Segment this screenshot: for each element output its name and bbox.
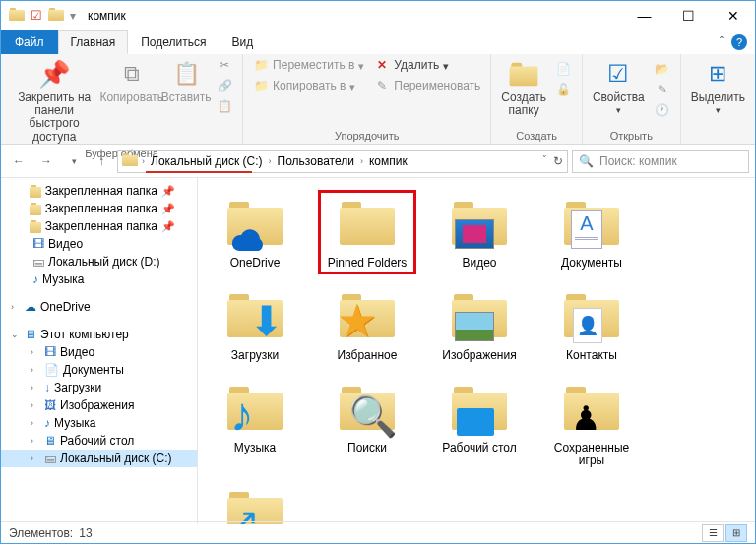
folder-icon: ↗ bbox=[220, 484, 289, 524]
addr-refresh-icon[interactable]: ↻ bbox=[553, 154, 563, 168]
folder-item[interactable]: A Документы bbox=[542, 190, 641, 274]
pasteshortcut-button[interactable]: 📋 bbox=[213, 97, 236, 117]
easyaccess-button[interactable]: 🔓 bbox=[552, 81, 576, 100]
folder-item[interactable]: Изображения bbox=[430, 282, 529, 367]
paste-button[interactable]: 📋 Вставить bbox=[161, 56, 211, 106]
titlebar: ☑ ▾ компик — ☐ ✕ bbox=[1, 1, 755, 30]
tree-item[interactable]: ♪Музыка bbox=[1, 271, 197, 288]
folder-icon: A bbox=[557, 194, 626, 253]
nav-back-button[interactable]: ← bbox=[7, 150, 31, 173]
search-icon: 🔍 bbox=[579, 154, 594, 168]
crumb-0[interactable]: Локальный диск (C:) bbox=[149, 154, 265, 168]
folder-icon: 👤 bbox=[557, 286, 626, 345]
nav-tree[interactable]: Закрепленная папка📌Закрепленная папка📌За… bbox=[1, 178, 198, 524]
tree-item[interactable]: ›📄Документы bbox=[1, 361, 197, 379]
tree-thispc[interactable]: ⌄🖥Этот компьютер bbox=[1, 326, 197, 343]
nav-forward-button[interactable]: → bbox=[34, 150, 58, 173]
select-button[interactable]: ⊞ Выделить ▾ bbox=[687, 56, 749, 118]
rename-icon: ✎ bbox=[374, 79, 390, 94]
tree-item[interactable]: ›♪Музыка bbox=[1, 414, 197, 432]
path-icon: 🔗 bbox=[217, 79, 232, 94]
folder-item[interactable]: ↗ Ссылки bbox=[206, 480, 304, 524]
newfolder-icon bbox=[508, 58, 539, 90]
edit-button[interactable]: ✎ bbox=[651, 81, 674, 100]
tree-item[interactable]: Закрепленная папка📌 bbox=[1, 217, 197, 235]
select-icon: ⊞ bbox=[702, 58, 733, 90]
copy-icon: ⧉ bbox=[116, 58, 148, 90]
addr-folder-icon bbox=[122, 153, 138, 169]
history-button[interactable]: 🕐 bbox=[651, 101, 674, 121]
view-icons-button[interactable]: ⊞ bbox=[725, 524, 747, 542]
folder-item[interactable]: 🔍 Поиски bbox=[318, 375, 416, 473]
tree-item[interactable]: 🎞Видео bbox=[1, 235, 197, 253]
status-bar: Элементов: 13 ☰ ⊞ bbox=[1, 521, 755, 543]
item-label: Контакты bbox=[566, 349, 617, 363]
qat-folder-icon[interactable] bbox=[48, 8, 64, 24]
content-pane[interactable]: OneDrive Pinned Folders Видео A Документ… bbox=[198, 178, 755, 524]
newitem-button[interactable]: 📄 bbox=[552, 60, 576, 80]
tab-file[interactable]: Файл bbox=[1, 30, 58, 54]
help-icon[interactable]: ? bbox=[731, 34, 747, 50]
properties-button[interactable]: ☑ Свойства ▾ bbox=[589, 56, 649, 118]
group-organize-label: Упорядочить bbox=[249, 128, 484, 144]
folder-item[interactable]: ★ Избранное bbox=[318, 282, 416, 367]
nav-up-button[interactable]: ↑ bbox=[90, 150, 113, 173]
folder-item[interactable]: ♪ Музыка bbox=[206, 375, 304, 473]
item-label: Документы bbox=[561, 257, 622, 271]
crumb-2[interactable]: компик bbox=[367, 154, 410, 168]
copyto-button[interactable]: 📁Копировать в ▾ bbox=[249, 77, 368, 96]
addr-dropdown-icon[interactable]: ˅ bbox=[542, 154, 547, 168]
ribbon-collapse-icon[interactable]: ˆ bbox=[720, 35, 724, 49]
tree-item[interactable]: ›🎞Видео bbox=[1, 343, 197, 361]
tab-home[interactable]: Главная bbox=[58, 30, 129, 54]
folder-icon bbox=[333, 194, 402, 253]
tree-item[interactable]: ›🖥Рабочий стол bbox=[1, 432, 197, 450]
tree-item[interactable]: ›↓Загрузки bbox=[1, 379, 197, 396]
view-details-button[interactable]: ☰ bbox=[702, 524, 724, 542]
folder-item[interactable]: ♟ Сохраненные игры bbox=[542, 375, 641, 473]
folder-item[interactable]: ⬇ Загрузки bbox=[206, 282, 304, 367]
folder-item[interactable]: Pinned Folders bbox=[318, 190, 416, 274]
annotation-underline bbox=[146, 171, 252, 173]
search-input[interactable]: 🔍 Поиск: компик bbox=[572, 150, 749, 173]
tree-onedrive[interactable]: ›☁OneDrive bbox=[1, 298, 197, 316]
folder-item[interactable]: Видео bbox=[430, 190, 529, 274]
folder-item[interactable]: 👤 Контакты bbox=[542, 282, 641, 367]
maximize-button[interactable]: ☐ bbox=[666, 1, 711, 30]
minimize-button[interactable]: — bbox=[622, 1, 666, 30]
tab-share[interactable]: Поделиться bbox=[128, 30, 219, 54]
delete-button[interactable]: ✕Удалить ▾ bbox=[370, 56, 484, 76]
copyto-icon: 📁 bbox=[253, 79, 269, 94]
window-title: компик bbox=[84, 9, 126, 23]
paste-icon: 📋 bbox=[170, 58, 202, 90]
status-count: 13 bbox=[79, 526, 92, 540]
folder-item[interactable]: Рабочий стол bbox=[430, 375, 529, 473]
moveto-button[interactable]: 📁Переместить в ▾ bbox=[249, 56, 368, 76]
crumb-1[interactable]: Пользователи bbox=[276, 154, 356, 168]
item-label: Поиски bbox=[347, 442, 387, 455]
close-button[interactable]: ✕ bbox=[711, 1, 755, 30]
tree-item[interactable]: Закрепленная папка📌 bbox=[1, 182, 197, 200]
folder-icon: ★ bbox=[333, 286, 402, 345]
qat-checkbox-icon[interactable]: ☑ bbox=[31, 8, 42, 23]
group-open-label: Открыть bbox=[589, 128, 674, 144]
copypath-button[interactable]: 🔗 bbox=[213, 77, 236, 96]
folder-icon: 🔍 bbox=[333, 379, 402, 438]
nav-recent-button[interactable]: ▾ bbox=[62, 150, 86, 173]
newfolder-button[interactable]: Создать папку bbox=[497, 56, 550, 119]
copy-button[interactable]: ⧉ Копировать bbox=[103, 56, 159, 106]
folder-item[interactable]: OneDrive bbox=[206, 190, 304, 274]
tree-item[interactable]: ›🖴Локальный диск (C:) bbox=[1, 450, 197, 467]
rename-button[interactable]: ✎Переименовать bbox=[370, 77, 484, 96]
tab-view[interactable]: Вид bbox=[219, 30, 266, 54]
tree-item[interactable]: 🖴Локальный диск (D:) bbox=[1, 253, 197, 271]
cut-button[interactable]: ✂ bbox=[213, 56, 236, 76]
item-label: Pinned Folders bbox=[328, 257, 408, 271]
tree-item[interactable]: Закрепленная папка📌 bbox=[1, 200, 197, 217]
item-label: Избранное bbox=[338, 349, 398, 363]
tree-item[interactable]: ›🖼Изображения bbox=[1, 396, 197, 414]
address-bar[interactable]: › Локальный диск (C:) › Пользователи › к… bbox=[117, 150, 568, 173]
status-count-label: Элементов: bbox=[9, 526, 73, 540]
pin-quickaccess-button[interactable]: 📌 Закрепить на панели быстрого доступа bbox=[7, 56, 101, 146]
open-button[interactable]: 📂 bbox=[651, 60, 674, 80]
